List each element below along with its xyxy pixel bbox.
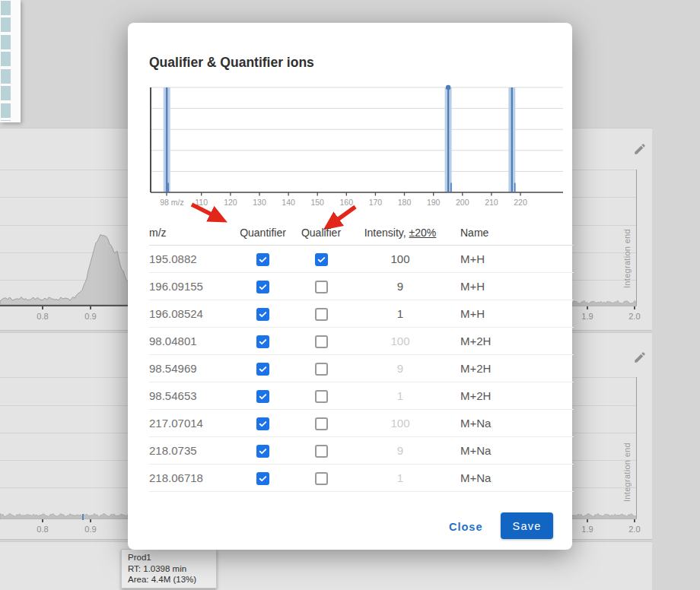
qualifier-checkbox[interactable] [315, 253, 328, 266]
tooltip-rt: RT: 1.0398 min [128, 563, 210, 575]
axis-tick-label: 0.8 [31, 525, 54, 534]
qualifier-checkbox[interactable] [315, 335, 328, 348]
qualifier-cell [291, 328, 351, 355]
quantifier-cell [234, 300, 291, 328]
header-qualifier: Qualifier [291, 220, 351, 246]
ion-intensity-value: 100 [351, 328, 450, 355]
qualifier-cell [291, 300, 351, 328]
quantifier-checkbox[interactable] [256, 281, 269, 293]
ion-row: 98.04801100M+2H [149, 328, 574, 355]
spectrum-tick-label: 98 m/z [160, 198, 184, 207]
quantifier-checkbox[interactable] [256, 445, 269, 458]
quantifier-checkbox[interactable] [256, 363, 269, 376]
ion-intensity-value: 1 [351, 382, 450, 410]
ion-mz-value: 196.08524 [149, 300, 234, 328]
axis-tick-label: 2.0 [623, 525, 646, 534]
integration-end-line [636, 170, 637, 305]
quantifier-checkbox[interactable] [256, 335, 269, 348]
ion-mz-value: 98.54969 [149, 355, 234, 382]
quantifier-checkbox[interactable] [256, 472, 269, 485]
qualifier-cell [291, 273, 351, 300]
spectrum-tick-label: 110 [195, 198, 208, 207]
quantifier-arrow-icon [192, 205, 222, 220]
qualifier-checkbox[interactable] [315, 308, 328, 321]
tooltip-area: Area: 4.4M (13%) [128, 574, 210, 585]
results-grid-panel [0, 0, 21, 122]
header-mz: m/z [149, 220, 234, 246]
axis-tick-label: 0.8 [31, 312, 54, 321]
spectrum-tick-label: 170 [369, 198, 383, 207]
spectrum-tick-label: 130 [253, 198, 266, 207]
integration-end-label: Integration end [622, 403, 632, 502]
ion-spectrum-chart[interactable]: 98 m/z1101201301401501601701801902002102… [146, 82, 566, 207]
axis-tick-label: 1.9 [576, 312, 599, 321]
ion-name-value: M+2H [450, 355, 574, 382]
ion-intensity-value: 1 [351, 465, 450, 492]
quantifier-checkbox[interactable] [256, 417, 269, 430]
header-quantifier: Quantifier [234, 220, 291, 246]
ion-mz-value: 98.54653 [149, 382, 234, 410]
ion-name-value: M+2H [450, 328, 574, 355]
tooltip-compound: Prod1 [128, 552, 210, 563]
header-name: Name [450, 220, 574, 246]
ions-table-body: 195.0882100M+H196.091559M+H196.085241M+H… [149, 246, 574, 492]
axis-tick-label: 2.0 [623, 312, 646, 321]
peak-tooltip: Prod1 RT: 1.0398 min Area: 4.4M (13%) [121, 549, 217, 588]
header-intensity: Intensity, ±20% [351, 220, 450, 246]
dialog-title: Qualifier & Quantifier ions [149, 55, 314, 71]
ion-name-value: M+H [450, 300, 574, 328]
ion-mz-value: 195.0882 [149, 246, 234, 273]
ion-name-value: M+Na [450, 437, 574, 465]
axis-tick-label: 0.9 [79, 312, 102, 321]
quantifier-checkbox[interactable] [256, 308, 269, 321]
ion-mz-value: 98.04801 [149, 328, 234, 355]
spectrum-tick-label: 180 [398, 198, 412, 207]
ion-mz-value: 217.07014 [149, 410, 234, 437]
ion-row: 218.07359M+Na [149, 437, 574, 465]
ion-row: 196.085241M+H [149, 300, 574, 328]
qualifier-checkbox[interactable] [315, 445, 328, 458]
qualifier-checkbox[interactable] [315, 281, 328, 293]
spectrum-tick-label: 210 [485, 198, 498, 207]
ion-row: 98.549699M+2H [149, 355, 574, 382]
integration-end-line [636, 377, 637, 518]
ion-row: 218.067181M+Na [149, 465, 574, 492]
qualifier-cell [291, 382, 351, 410]
ion-row: 98.546531M+2H [149, 382, 574, 410]
header-intensity-tolerance[interactable]: ±20% [409, 227, 437, 239]
qualifier-checkbox[interactable] [315, 363, 328, 376]
close-button[interactable]: Close [438, 514, 494, 540]
ions-table-header: m/zQuantifierQualifierIntensity, ±20%Nam… [149, 220, 574, 246]
spectrum-tick-label: 190 [427, 198, 441, 207]
ion-row: 196.091559M+H [149, 273, 574, 300]
ion-mz-value: 218.0735 [149, 437, 234, 465]
spectrum-tick-label: 120 [224, 198, 237, 207]
ion-intensity-value: 100 [351, 410, 450, 437]
qualifier-checkbox[interactable] [315, 390, 328, 403]
quantifier-cell [234, 273, 291, 300]
baseline-noise-trace [0, 509, 128, 522]
ion-name-value: M+Na [450, 465, 574, 492]
quantifier-checkbox[interactable] [256, 390, 269, 403]
ion-name-value: M+H [450, 246, 574, 273]
quantifier-cell [234, 437, 291, 465]
qualifier-cell [291, 437, 351, 465]
ion-intensity-value: 9 [351, 355, 450, 382]
spectrum-tick-label: 140 [282, 198, 295, 207]
header-intensity-prefix: Intensity, [364, 227, 409, 239]
quantifier-checkbox[interactable] [256, 253, 269, 266]
edit-icon[interactable] [633, 142, 647, 156]
save-button[interactable]: Save [501, 512, 553, 539]
quantifier-cell [234, 246, 291, 273]
quantifier-cell [234, 328, 291, 355]
edit-icon[interactable] [633, 351, 647, 364]
ion-row: 195.0882100M+H [149, 246, 574, 273]
chromatogram-peak [0, 220, 128, 308]
ion-intensity-value: 9 [351, 437, 450, 465]
baseline-noise-trace [572, 509, 637, 522]
results-grid-cells [1, 1, 11, 121]
quantifier-cell [234, 355, 291, 382]
integration-end-label: Integration end [622, 189, 632, 288]
qualifier-checkbox[interactable] [315, 417, 328, 430]
qualifier-checkbox[interactable] [315, 472, 328, 485]
